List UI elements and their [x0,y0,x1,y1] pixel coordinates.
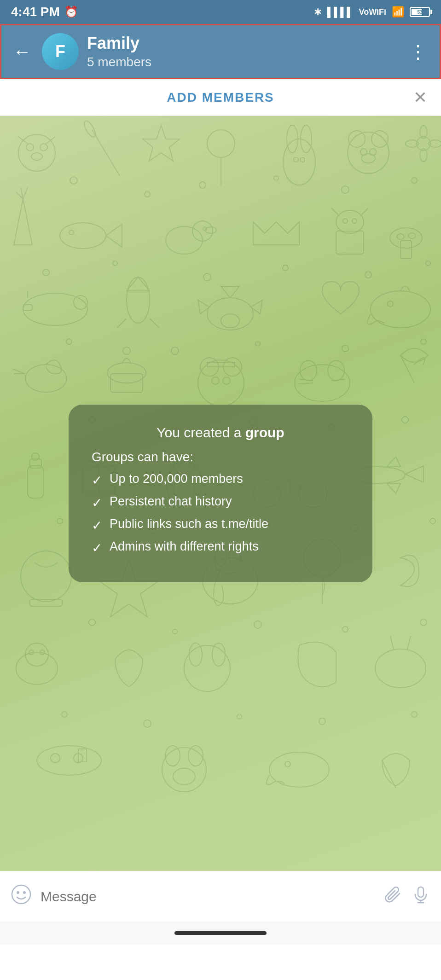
svg-point-46 [390,228,422,248]
svg-point-142 [365,272,371,278]
svg-point-61 [221,314,239,328]
group-members-count: 5 members [87,55,398,70]
add-members-bar: ADD MEMBERS ✕ [0,79,441,116]
svg-marker-8 [143,125,180,161]
chat-header: ← F Family 5 members ⋮ [0,24,441,79]
svg-point-16 [348,132,389,174]
attachment-button[interactable] [384,885,402,908]
svg-point-141 [283,265,288,271]
svg-point-2 [40,144,47,151]
svg-point-18 [371,131,388,147]
more-options-button[interactable]: ⋮ [406,40,430,63]
svg-point-33 [69,230,74,235]
svg-point-7 [82,119,98,139]
feature-text-4: Admins with different rights [110,539,259,554]
checkmark-icon-3: ✓ [92,518,102,533]
close-add-members-button[interactable]: ✕ [413,88,427,107]
wifi-icon: 📶 [392,6,404,18]
group-name: Family [87,34,398,53]
svg-point-123 [51,754,60,763]
title-prefix: You created a [157,425,245,440]
svg-point-62 [371,291,430,328]
status-right: ∗ ▌▌▌▌ VoWiFi 📶 53 [313,6,430,18]
svg-point-14 [294,157,298,162]
title-bold: group [245,425,284,440]
battery-icon: 53 [410,7,430,17]
svg-rect-45 [400,240,412,259]
feature-item-3: ✓ Public links such as t.me/title [92,517,349,533]
svg-line-29 [23,187,28,199]
svg-point-69 [123,347,130,354]
svg-line-131 [382,760,396,788]
feature-item-1: ✓ Up to 200,000 members [92,472,349,488]
chat-background: You created a group Groups can have: ✓ U… [0,116,441,871]
svg-point-34 [166,226,203,254]
svg-point-15 [300,157,305,162]
svg-point-112 [25,643,48,666]
svg-point-117 [212,643,225,666]
svg-point-9 [207,130,235,157]
svg-rect-39 [336,231,364,254]
svg-point-154 [57,518,63,524]
checkmark-icon-4: ✓ [92,540,102,556]
svg-line-56 [150,319,159,328]
bluetooth-icon: ∗ [313,6,322,18]
svg-point-153 [402,417,408,423]
message-input-bar [0,871,441,922]
svg-point-171 [23,891,26,894]
svg-point-17 [348,131,365,147]
svg-point-135 [274,176,279,180]
svg-point-31 [60,223,106,249]
svg-line-42 [361,208,368,215]
svg-point-49 [23,293,87,325]
svg-point-64 [25,365,67,392]
svg-point-161 [254,621,261,628]
add-members-label[interactable]: ADD MEMBERS [167,90,274,105]
message-subtitle: Groups can have: [92,450,349,464]
svg-point-102 [21,551,71,602]
checkmark-icon-1: ✓ [92,473,102,488]
svg-point-132 [70,177,77,184]
svg-point-160 [173,629,177,634]
svg-marker-38 [253,222,299,245]
battery-level: 53 [417,10,422,15]
avatar-letter: F [55,42,65,61]
message-input[interactable] [41,889,375,905]
svg-marker-58 [221,286,239,298]
svg-line-41 [331,208,338,215]
svg-point-164 [62,712,67,717]
svg-point-163 [420,619,427,626]
svg-marker-101 [387,483,400,493]
microphone-button[interactable] [412,885,430,908]
svg-rect-51 [23,305,32,310]
svg-point-53 [127,277,150,323]
svg-point-140 [203,273,211,281]
feature-text-1: Up to 200,000 members [110,472,243,486]
svg-point-146 [255,342,260,346]
svg-marker-99 [405,466,424,482]
svg-point-115 [184,645,230,691]
svg-point-121 [37,746,101,775]
svg-point-159 [89,619,95,626]
svg-point-134 [199,182,206,188]
group-info[interactable]: Family 5 members [87,34,398,70]
status-time: 4:41 PM [11,5,60,19]
svg-point-74 [212,377,219,384]
group-avatar: F [42,33,79,70]
svg-point-168 [412,712,417,717]
svg-point-162 [342,626,348,632]
svg-line-82 [400,355,414,383]
svg-rect-73 [207,362,235,367]
home-bar [174,931,267,935]
back-button[interactable]: ← [11,40,34,63]
svg-point-1 [26,144,34,151]
emoji-button[interactable] [11,884,31,909]
svg-line-55 [117,319,127,328]
home-indicator [0,922,441,945]
svg-point-48 [408,233,416,238]
svg-point-158 [430,518,435,524]
signal-icon: ▌▌▌▌ [327,7,354,17]
svg-point-133 [145,191,150,197]
svg-point-145 [171,347,179,354]
svg-point-118 [375,649,426,688]
